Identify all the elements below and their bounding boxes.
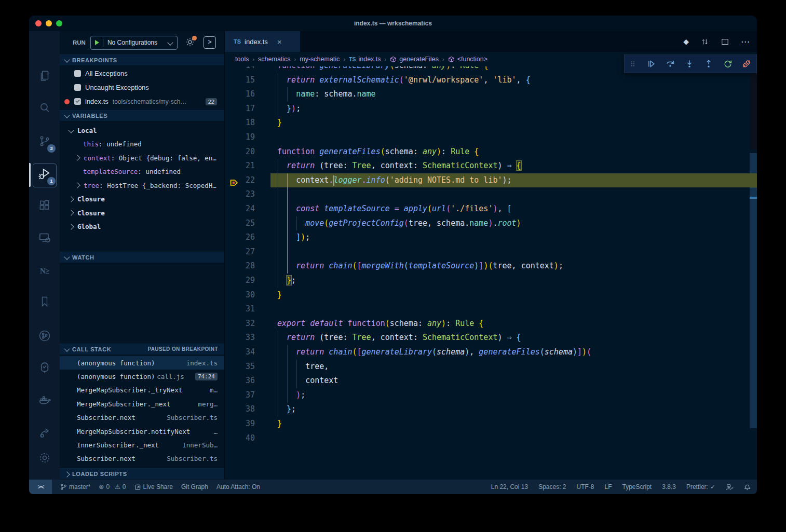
open-debug-console-button[interactable]: >: [204, 36, 216, 49]
scope-global[interactable]: Global: [60, 220, 224, 234]
breadcrumb-item-generateFiles[interactable]: generateFiles: [390, 56, 439, 63]
callstack-frame[interactable]: InnerSubscriber._nextInnerSub…: [60, 438, 224, 452]
editor-action-split-editor[interactable]: [721, 37, 729, 46]
activity-item-bookmarks[interactable]: [29, 290, 60, 315]
code-line-21: 21 return (tree: Tree, context: Schemati…: [225, 159, 757, 173]
breadcrumb-item-index.ts[interactable]: TSindex.ts: [349, 56, 381, 63]
feedback-button[interactable]: [726, 483, 734, 490]
encoding-status[interactable]: UTF-8: [577, 483, 594, 490]
debug-disconnect-button[interactable]: [741, 59, 752, 69]
breakpoint-line-badge: 22: [206, 98, 217, 105]
breadcrumb-item-tools[interactable]: tools: [235, 56, 249, 63]
callstack-section-header[interactable]: CALL STACK PAUSED ON BREAKPOINT: [60, 344, 224, 354]
frame-file: call.js: [157, 373, 191, 380]
breadcrumb-item-my-schematic[interactable]: my-schematic: [300, 56, 340, 63]
git-branch-status[interactable]: master*: [60, 483, 90, 490]
notifications-button[interactable]: [744, 483, 751, 490]
auto-attach-status[interactable]: Auto Attach: On: [216, 483, 260, 490]
tab-label: index.ts: [245, 38, 268, 46]
callstack-frame[interactable]: (anonymous function)call.js74:24: [60, 370, 224, 383]
activity-item-settings[interactable]: [29, 446, 60, 471]
line-number: 16: [225, 87, 255, 102]
debug-step-into-button[interactable]: [684, 59, 695, 69]
typescript-version-status[interactable]: 3.8.3: [662, 483, 676, 490]
activity-item-git-graph[interactable]: [29, 324, 60, 349]
tab-index-ts[interactable]: TS index.ts ×: [225, 31, 300, 52]
activity-item-live-share[interactable]: [29, 421, 60, 446]
frame-function: Subscriber.next: [77, 455, 135, 462]
check-icon: ✓: [710, 483, 715, 490]
code-line-38: 38 };: [225, 402, 757, 417]
debug-restart-button[interactable]: [723, 59, 733, 69]
debug-step-over-button[interactable]: [665, 59, 675, 69]
frame-function: MergeMapSubscriber.notifyNext: [77, 428, 190, 435]
breakpoint-checkbox[interactable]: [74, 84, 81, 91]
activity-item-extensions[interactable]: [29, 194, 60, 219]
prettier-status[interactable]: Prettier:✓: [686, 483, 715, 490]
live-share-button[interactable]: Live Share: [134, 483, 173, 490]
breakpoint-row[interactable]: index.tstools/schematics/my-sch…22: [60, 94, 224, 108]
breakpoint-checkbox[interactable]: [74, 70, 81, 77]
editor-action-compare-changes[interactable]: [700, 37, 709, 46]
frame-file: index.ts: [186, 359, 224, 367]
callstack-frame[interactable]: MergeMapSubscriber._nextmerg…: [60, 397, 224, 411]
variables-section-header[interactable]: VARIABLES: [60, 110, 224, 121]
paused-on-breakpoint-status: PAUSED ON BREAKPOINT: [147, 344, 218, 354]
activity-item-search[interactable]: [29, 97, 60, 121]
callstack-frame[interactable]: Subscriber.nextSubscriber.ts: [60, 411, 224, 425]
git-graph-button[interactable]: Git Graph: [181, 483, 208, 490]
activity-item-docker[interactable]: [29, 389, 60, 414]
callstack-frame[interactable]: Subscriber.nextSubscriber.ts: [60, 452, 224, 466]
launch-configuration-dropdown[interactable]: No Configurations: [90, 36, 178, 50]
breakpoints-section-header[interactable]: BREAKPOINTS: [60, 54, 224, 65]
breakpoint-row[interactable]: All Exceptions: [60, 66, 224, 80]
variable-this[interactable]: this: undefined: [60, 138, 224, 152]
callstack-frame[interactable]: MergeMapSubscriber._tryNextm…: [60, 384, 224, 397]
variable-tree[interactable]: tree: HostTree {_backend: ScopedH…: [60, 179, 224, 193]
window-title: index.ts — wrkschematics: [29, 16, 757, 31]
activity-item-test-explorer[interactable]: [29, 356, 60, 381]
remote-indicator[interactable]: ><: [29, 480, 52, 494]
activity-item-source-control[interactable]: 3: [29, 130, 60, 155]
scope-closure[interactable]: Closure: [60, 193, 224, 207]
activity-item-run-and-debug[interactable]: 1: [29, 162, 60, 187]
activity-item-remote-explorer[interactable]: [29, 226, 60, 251]
editor-action-gitlens[interactable]: ◆: [683, 37, 689, 46]
close-tab-icon[interactable]: ×: [277, 37, 282, 46]
breakpoint-row[interactable]: Uncaught Exceptions: [60, 80, 224, 94]
start-debug-icon[interactable]: [95, 40, 99, 45]
watch-section-header[interactable]: WATCH: [60, 252, 224, 263]
symbol-cube-icon: [448, 56, 457, 63]
activity-item-nx-console[interactable]: N≥: [29, 258, 60, 283]
activity-item-explorer[interactable]: [29, 64, 60, 89]
frame-file: …: [213, 428, 224, 435]
line-number: 34: [225, 345, 255, 360]
configure-gear-button[interactable]: [185, 37, 195, 49]
indent-guide: [278, 245, 278, 260]
active-indicator: [29, 163, 31, 187]
callstack-frame[interactable]: MergeMapSubscriber.notifyNext…: [60, 425, 224, 438]
code-editor[interactable]: 14function generateLibrary(schema: any):…: [225, 66, 757, 480]
problems-status[interactable]: ⊗0 ⚠0: [99, 483, 126, 490]
code-line-22: 22 context.logger.info('adding NOTES.md …: [225, 173, 757, 188]
language-mode-status[interactable]: TypeScript: [622, 483, 652, 490]
scope-local[interactable]: Local: [60, 124, 224, 138]
breadcrumb-item-schematics[interactable]: schematics: [258, 56, 291, 63]
debug-continue-button[interactable]: [646, 59, 656, 69]
indentation-status[interactable]: Spaces: 2: [538, 483, 566, 490]
callstack-frame[interactable]: (anonymous function)index.ts: [60, 356, 224, 370]
editor-action-more-actions[interactable]: ⋯: [741, 36, 750, 47]
cursor-position-status[interactable]: Ln 22, Col 13: [491, 483, 528, 490]
line-number: 25: [225, 216, 255, 231]
frame-function: (anonymous function): [77, 359, 155, 367]
breadcrumb-item-function[interactable]: <function>: [448, 56, 487, 63]
variable-templateSource[interactable]: templateSource: undefined: [60, 165, 224, 179]
loaded-scripts-section-header[interactable]: LOADED SCRIPTS: [60, 468, 224, 479]
breakpoint-checkbox[interactable]: [74, 98, 81, 105]
frame-function: MergeMapSubscriber._next: [77, 400, 171, 408]
scope-closure[interactable]: Closure: [60, 206, 224, 220]
variable-context[interactable]: context: Object {debug: false, en…: [60, 151, 224, 165]
debug-step-out-button[interactable]: [703, 59, 714, 69]
eol-status[interactable]: LF: [605, 483, 612, 490]
breadcrumb-separator: ›: [294, 56, 296, 62]
